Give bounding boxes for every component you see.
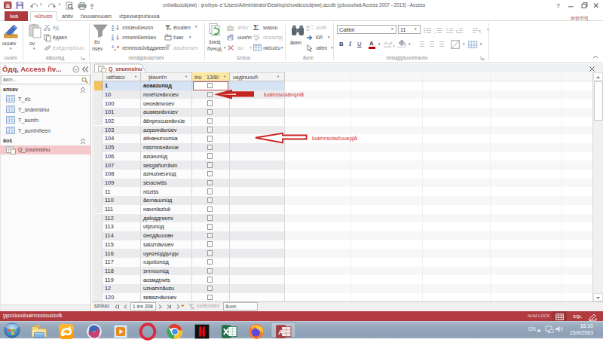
svg-text:¶: ¶ [479,29,482,35]
svg-text:ac: ac [306,28,311,32]
svg-text:A: A [278,328,283,336]
svg-text:1: 1 [434,28,436,31]
svg-text:▼: ▼ [392,44,396,48]
svg-text:A: A [6,3,11,10]
svg-text:ABC: ABC [253,35,261,38]
svg-text:2: 2 [434,32,436,35]
svg-text:ab: ab [384,41,388,45]
svg-text:?: ? [556,2,560,10]
svg-text:Z: Z [112,28,114,32]
